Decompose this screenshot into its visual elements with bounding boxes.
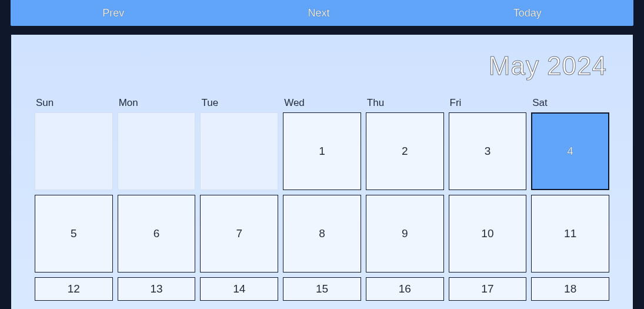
- month-title: May 2024: [35, 51, 609, 81]
- day-cell[interactable]: 16: [366, 277, 444, 301]
- day-cell[interactable]: 6: [118, 195, 196, 273]
- day-cell[interactable]: 5: [35, 195, 113, 273]
- today-button[interactable]: Today: [513, 7, 542, 19]
- day-cell[interactable]: [200, 112, 278, 190]
- day-cell[interactable]: 10: [449, 195, 527, 273]
- weekday-sun: Sun: [35, 97, 113, 109]
- day-cell[interactable]: [35, 112, 113, 190]
- day-cell[interactable]: [118, 112, 196, 190]
- day-cell[interactable]: 8: [283, 195, 361, 273]
- day-cell[interactable]: 11: [531, 195, 609, 273]
- weekday-thu: Thu: [366, 97, 444, 109]
- day-cell[interactable]: 13: [118, 277, 196, 301]
- calendar-grid: 1 2 3 4 5 6 7 8 9 10 11: [35, 112, 609, 273]
- day-cell[interactable]: 18: [531, 277, 609, 301]
- day-cell[interactable]: 7: [200, 195, 278, 273]
- weekday-wed: Wed: [283, 97, 361, 109]
- next-button[interactable]: Next: [308, 7, 329, 19]
- weekday-tue: Tue: [200, 97, 278, 109]
- calendar-panel: May 2024 Sun Mon Tue Wed Thu Fri Sat 1 2…: [11, 34, 633, 309]
- day-cell[interactable]: 15: [283, 277, 361, 301]
- weekday-sat: Sat: [531, 97, 609, 109]
- day-cell[interactable]: 2: [366, 112, 444, 190]
- calendar-grid-partial: 12 13 14 15 16 17 18: [35, 277, 609, 301]
- day-cell[interactable]: 9: [366, 195, 444, 273]
- weekday-mon: Mon: [118, 97, 196, 109]
- day-cell[interactable]: 1: [283, 112, 361, 190]
- day-cell[interactable]: 14: [200, 277, 278, 301]
- day-cell-selected[interactable]: 4: [531, 112, 609, 190]
- day-cell[interactable]: 12: [35, 277, 113, 301]
- day-cell[interactable]: 3: [449, 112, 527, 190]
- weekday-header-row: Sun Mon Tue Wed Thu Fri Sat: [35, 97, 609, 109]
- prev-button[interactable]: Prev: [102, 7, 124, 19]
- day-cell[interactable]: 17: [449, 277, 527, 301]
- calendar-nav-bar: Prev Next Today: [11, 0, 633, 26]
- weekday-fri: Fri: [449, 97, 527, 109]
